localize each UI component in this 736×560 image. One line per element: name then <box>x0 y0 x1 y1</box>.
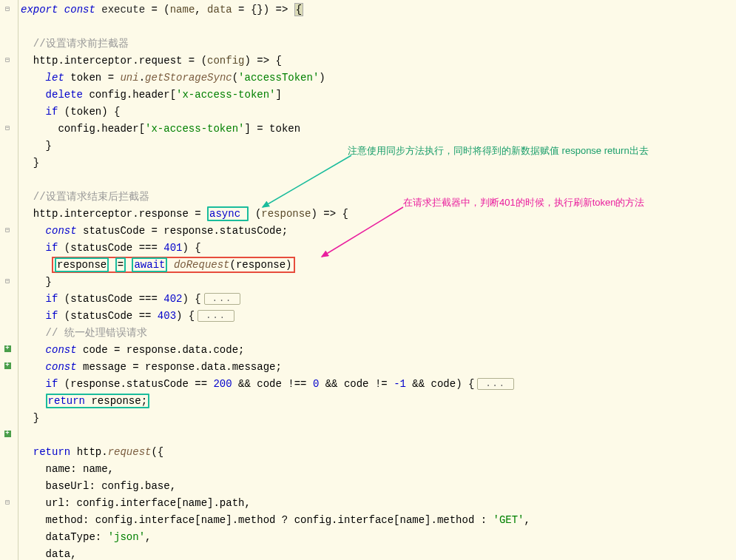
code-line: } <box>15 410 736 427</box>
highlight-async: async <box>207 206 249 221</box>
code-line: url: config.interface[name].path, <box>15 495 736 512</box>
code-line: if (statusCode == 403) {... <box>15 308 736 325</box>
code-line: const code = response.data.code; <box>15 342 736 359</box>
fold-marker[interactable] <box>0 119 15 136</box>
code-line: if (statusCode === 401) { <box>15 240 736 257</box>
highlight-equals: = <box>115 257 126 272</box>
code-content[interactable]: export const execute = (name, data = {})… <box>15 0 736 560</box>
fold-placeholder[interactable]: ... <box>204 293 241 305</box>
code-line: if (response.statusCode == 200 && code !… <box>15 376 736 393</box>
code-line: const statusCode = response.statusCode; <box>15 223 736 240</box>
annotation-green: 注意使用同步方法执行，同时将得到的新数据赋值 response return出去 <box>348 144 649 158</box>
code-line: response = await doRequest(response) <box>15 257 736 274</box>
fold-marker[interactable] <box>0 272 15 289</box>
code-line: const message = response.data.message; <box>15 359 736 376</box>
cursor-position: { <box>294 3 303 16</box>
code-line: export const execute = (name, data = {})… <box>15 1 736 18</box>
fold-placeholder[interactable]: ... <box>197 310 234 322</box>
code-line: data, <box>15 546 736 560</box>
code-line: if (statusCode === 402) {... <box>15 291 736 308</box>
highlight-red-box: response = await doRequest(response) <box>52 257 295 273</box>
code-line: dataType: 'json', <box>15 529 736 546</box>
code-line: //设置请求前拦截器 <box>15 36 736 53</box>
code-line: if (token) { <box>15 104 736 121</box>
code-line: // 统一处理错误请求 <box>15 325 736 342</box>
code-line: http.interceptor.request = (config) => { <box>15 53 736 70</box>
highlight-return: return response; <box>46 394 149 408</box>
fold-gutter <box>0 0 15 560</box>
code-line: config.header['x-access-token'] = token <box>15 121 736 138</box>
fold-marker-collapsed[interactable] <box>0 340 15 357</box>
highlight-response: response <box>55 257 109 272</box>
fold-marker-collapsed[interactable] <box>0 425 15 442</box>
code-line: return http.request({ <box>15 444 736 461</box>
code-line: delete config.header['x-access-token'] <box>15 87 736 104</box>
code-line: } <box>15 274 736 291</box>
fold-marker[interactable] <box>0 0 15 17</box>
fold-marker[interactable] <box>0 51 15 68</box>
code-line <box>15 18 736 36</box>
code-line: name: name, <box>15 461 736 478</box>
code-line <box>15 427 736 444</box>
code-line: method: config.interface[name].method ? … <box>15 512 736 529</box>
fold-marker[interactable] <box>0 493 15 510</box>
code-line: let token = uni.getStorageSync('accessTo… <box>15 70 736 87</box>
fold-placeholder[interactable]: ... <box>477 378 514 390</box>
code-line: baseUrl: config.base, <box>15 478 736 495</box>
annotation-pink: 在请求拦截器中，判断401的时候，执行刷新token的方法 <box>403 196 645 209</box>
fold-marker[interactable] <box>0 221 15 238</box>
code-line: return response; <box>15 393 736 410</box>
code-editor[interactable]: export const execute = (name, data = {})… <box>0 0 736 560</box>
highlight-await: await <box>132 257 167 272</box>
fold-marker-collapsed[interactable] <box>0 357 15 374</box>
code-line <box>15 172 736 189</box>
